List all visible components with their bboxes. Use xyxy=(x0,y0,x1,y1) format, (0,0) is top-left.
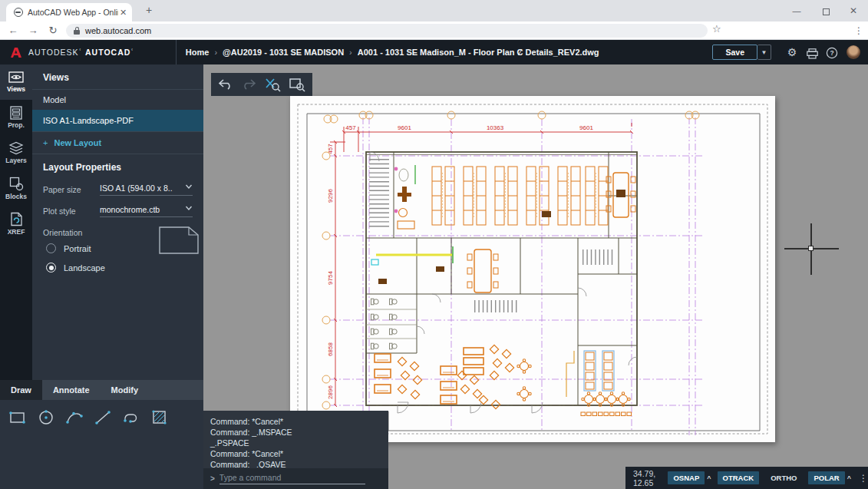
url-text: web.autocad.com xyxy=(85,26,151,35)
otrack-toggle[interactable]: OTRACK xyxy=(718,471,760,484)
forward-button[interactable]: → xyxy=(25,23,41,38)
browser-menu-icon[interactable]: ⋮ xyxy=(854,23,863,38)
polar-toggle[interactable]: POLAR xyxy=(808,471,844,484)
user-avatar[interactable] xyxy=(847,45,860,59)
layers-icon xyxy=(8,141,24,155)
sidebar-icon-rail: Views Prop. Layers Blocks XREF xyxy=(0,64,32,380)
command-panel: Command: *Cancel* Command: _.MSPACE _.PS… xyxy=(203,411,388,489)
browser-tab-strip: AutoCAD Web App - Online CAD ✕ + — ✕ xyxy=(0,0,868,21)
favicon xyxy=(14,8,23,17)
plot-style-select[interactable]: monochrome.ctb xyxy=(100,205,193,217)
breadcrumb-project[interactable]: @AU2019 - 1031 SE MADISON xyxy=(223,48,344,57)
back-button[interactable]: ← xyxy=(5,23,21,38)
line-tool[interactable] xyxy=(93,408,113,428)
command-prompt-icon: > xyxy=(210,474,215,483)
redo-button[interactable] xyxy=(240,78,257,91)
save-dropdown-caret[interactable]: ▼ xyxy=(757,45,771,60)
svg-text:9754: 9754 xyxy=(327,271,334,285)
structural-grid-lines xyxy=(330,117,705,435)
tab-modify[interactable]: Modify xyxy=(101,380,149,400)
polar-options-caret[interactable]: ^ xyxy=(847,474,851,482)
drawing-canvas[interactable]: 457 9601 10363 9601 457 9296 9754 6858 2… xyxy=(203,64,868,489)
tab-close-icon[interactable]: ✕ xyxy=(120,8,127,18)
ortho-toggle[interactable]: ORTHO xyxy=(765,471,802,484)
landscape-radio[interactable] xyxy=(46,263,56,273)
address-bar[interactable]: web.autocad.com xyxy=(66,24,708,38)
layout-paper-sheet[interactable]: 457 9601 10363 9601 457 9296 9754 6858 2… xyxy=(290,96,775,442)
command-history-line: _.PSPACE xyxy=(210,438,388,448)
osnap-options-caret[interactable]: ^ xyxy=(707,474,711,482)
chevron-down-icon xyxy=(185,205,193,211)
autocad-web-app-window: AutoCAD Web App - Online CAD ✕ + — ✕ ← →… xyxy=(0,0,868,489)
chevron-down-icon xyxy=(185,183,193,190)
tab-annotate[interactable]: Annotate xyxy=(42,380,101,400)
main-area: Views Prop. Layers Blocks XREF Views xyxy=(0,64,868,489)
sidebar-item-blocks[interactable]: Blocks xyxy=(0,170,32,206)
print-icon[interactable] xyxy=(802,46,822,59)
window-maximize-button[interactable] xyxy=(813,0,839,21)
svg-text:9601: 9601 xyxy=(579,124,593,131)
landscape-option[interactable]: Landscape xyxy=(32,258,203,277)
circle-tool[interactable] xyxy=(36,408,56,428)
svg-text:6858: 6858 xyxy=(327,342,334,356)
drawing-border xyxy=(307,114,760,431)
new-tab-button[interactable]: + xyxy=(141,4,157,16)
help-icon[interactable]: ? xyxy=(822,45,842,59)
status-bar-menu-icon[interactable]: ⋮ xyxy=(859,473,868,484)
sidebar-item-xref[interactable]: XREF xyxy=(0,206,32,241)
browser-toolbar: ← → ↻ web.autocad.com ☆ ⋮ xyxy=(0,21,868,40)
paper-size-select[interactable]: ISO A1 (594.00 x 8.. xyxy=(100,183,193,196)
tab-draw[interactable]: Draw xyxy=(0,380,42,400)
doors xyxy=(370,152,637,413)
new-layout-button[interactable]: +New Layout xyxy=(32,132,203,154)
arc-tool[interactable] xyxy=(64,408,84,428)
breadcrumb-home[interactable]: Home xyxy=(186,48,210,57)
crosshair-pickbox xyxy=(808,246,814,251)
command-input[interactable] xyxy=(219,473,365,484)
osnap-toggle[interactable]: OSNAP xyxy=(668,471,705,484)
window-close-button[interactable]: ✕ xyxy=(840,0,866,21)
ribbon-tab-bar: Draw Annotate Modify xyxy=(0,380,203,400)
command-history-line: Command: _.MSPACE xyxy=(210,427,388,438)
dimension-labels: 457 9601 10363 9601 457 9296 9754 6858 2… xyxy=(327,124,593,399)
window-minimize-button[interactable]: — xyxy=(784,0,810,21)
undo-button[interactable] xyxy=(217,78,234,91)
views-panel: Views Model ISO A1-Landscape-PDF +New La… xyxy=(32,64,203,380)
zoom-window-button[interactable] xyxy=(288,77,306,92)
layout-properties-title: Layout Properties xyxy=(32,154,203,179)
breadcrumb: Home › @AU2019 - 1031 SE MADISON › A001 … xyxy=(186,48,599,57)
sidebar-item-layers[interactable]: Layers xyxy=(0,135,32,170)
polyline-tool[interactable] xyxy=(121,408,141,428)
portrait-radio[interactable] xyxy=(46,243,56,253)
lock-icon xyxy=(74,27,80,35)
settings-gear-icon[interactable]: ⚙ xyxy=(782,45,802,60)
command-history: Command: *Cancel* Command: _.MSPACE _.PS… xyxy=(203,411,388,470)
svg-text:?: ? xyxy=(830,49,833,57)
status-bar: 34.79, 12.65 OSNAP ^ OTRACK ORTHO POLAR … xyxy=(625,467,868,489)
views-icon xyxy=(8,71,24,84)
zoom-selection-button[interactable] xyxy=(263,77,282,92)
rectangle-tool[interactable] xyxy=(8,408,28,428)
autocad-logo xyxy=(9,46,22,59)
bookmark-star-icon[interactable]: ☆ xyxy=(712,23,721,35)
upper-left-furniture xyxy=(394,165,415,229)
save-button[interactable]: Save xyxy=(712,45,757,60)
view-item-iso-a1-landscape-pdf[interactable]: ISO A1-Landscape-PDF xyxy=(32,110,203,131)
plot-style-row: Plot style monochrome.ctb xyxy=(32,200,203,222)
hatch-tool[interactable] xyxy=(150,408,170,428)
breadcrumb-filename: A001 - 1031 SE Madison_M - Floor Plan Ȼ … xyxy=(358,48,599,57)
draw-tools-panel xyxy=(0,400,203,489)
breadcrumb-separator: › xyxy=(349,48,352,57)
view-item-model[interactable]: Model xyxy=(32,90,203,110)
orientation-preview-icon xyxy=(159,226,199,254)
paper-size-label: Paper size xyxy=(43,185,100,194)
browser-tab[interactable]: AutoCAD Web App - Online CAD ✕ xyxy=(6,3,132,21)
header-divider xyxy=(176,40,177,64)
svg-text:2896: 2896 xyxy=(327,385,334,399)
sidebar-item-properties[interactable]: Prop. xyxy=(0,100,32,135)
cursor-coordinates: 34.79, 12.65 xyxy=(633,469,662,487)
sidebar-item-views[interactable]: Views xyxy=(0,64,32,100)
reload-button[interactable]: ↻ xyxy=(45,23,61,38)
lounge-furniture xyxy=(375,345,531,408)
app-header: AUTODESKʿ AUTOCADʿ Home › @AU2019 - 1031… xyxy=(0,40,868,64)
